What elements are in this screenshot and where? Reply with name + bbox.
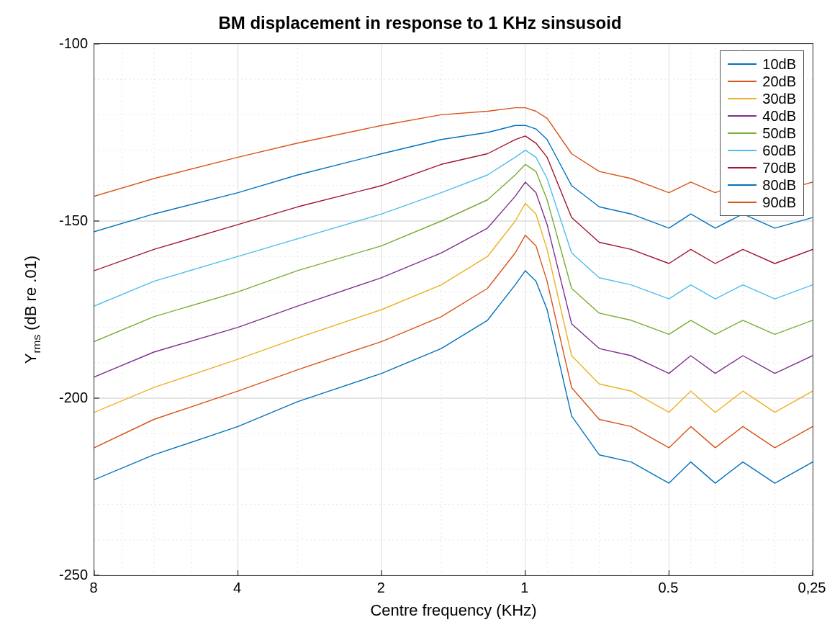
legend-label: 30dB: [762, 91, 796, 107]
plot-svg: [94, 44, 813, 575]
x-tick-label: 4: [233, 580, 241, 596]
legend-label: 10dB: [762, 56, 796, 73]
legend: 10dB20dB30dB40dB50dB60dB70dB80dB90dB: [720, 50, 804, 216]
legend-swatch: [728, 167, 757, 168]
legend-label: 60dB: [762, 143, 796, 159]
legend-swatch: [728, 184, 757, 186]
y-axis-label: Yrms (dB re .01): [22, 256, 42, 364]
y-tick-label: -100: [30, 35, 88, 52]
x-tick-label: 1: [520, 580, 528, 596]
x-tick-label: 2: [377, 580, 385, 596]
figure: BM displacement in response to 1 KHz sin…: [0, 0, 840, 630]
legend-swatch: [728, 81, 757, 82]
legend-swatch: [728, 63, 757, 65]
legend-swatch: [728, 132, 757, 134]
legend-swatch: [728, 202, 757, 203]
x-tick-label: 8: [89, 580, 97, 596]
legend-label: 20dB: [762, 73, 796, 90]
legend-entry: 20dB: [728, 73, 796, 90]
y-tick-label: -200: [30, 390, 88, 406]
y-tick-label: -250: [30, 567, 88, 583]
legend-label: 40dB: [762, 108, 796, 125]
legend-swatch: [728, 98, 757, 99]
y-tick-label: -150: [30, 212, 88, 229]
legend-entry: 40dB: [728, 107, 796, 125]
legend-entry: 90dB: [728, 194, 796, 211]
legend-entry: 30dB: [728, 90, 796, 107]
plot-area: [94, 43, 813, 576]
legend-entry: 60dB: [728, 142, 796, 159]
x-tick-label: 0.5: [658, 580, 678, 596]
legend-entry: 80dB: [728, 176, 796, 194]
legend-label: 80dB: [762, 177, 796, 194]
legend-swatch: [728, 150, 757, 151]
x-tick-label: 0,25: [798, 580, 826, 596]
legend-label: 70dB: [762, 160, 796, 176]
legend-entry: 70dB: [728, 159, 796, 176]
legend-label: 90dB: [762, 194, 796, 211]
legend-swatch: [728, 115, 757, 117]
legend-label: 50dB: [762, 125, 796, 142]
chart-title: BM displacement in response to 1 KHz sin…: [0, 13, 840, 33]
legend-entry: 50dB: [728, 125, 796, 142]
x-axis-label: Centre frequency (KHz): [0, 601, 840, 620]
legend-entry: 10dB: [728, 55, 796, 73]
